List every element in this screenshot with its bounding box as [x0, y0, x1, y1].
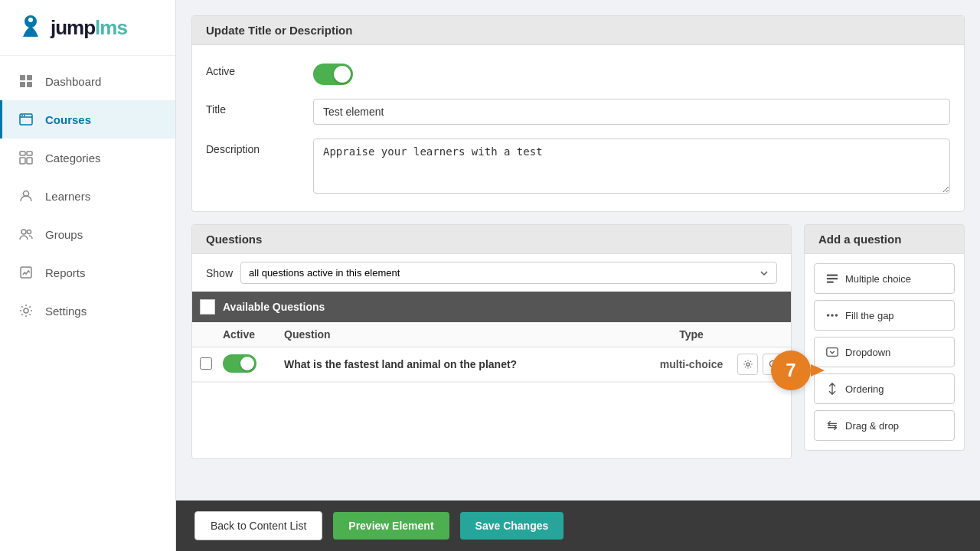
sidebar-item-categories-label: Categories [45, 152, 101, 165]
row-check-input[interactable] [200, 357, 212, 370]
chevron-icon [825, 345, 839, 359]
svg-rect-4 [20, 82, 25, 87]
add-panel-header: Add a question [804, 224, 965, 254]
preview-element-button[interactable]: Preview Element [333, 512, 449, 540]
fill-the-gap-button[interactable]: Fill the gap [814, 300, 955, 331]
active-control [313, 60, 950, 85]
svg-point-18 [746, 363, 749, 366]
save-changes-button[interactable]: Save Changes [460, 512, 564, 540]
table-row: What is the fastest land animal on the p… [192, 347, 791, 382]
sidebar-item-learners[interactable]: Learners [0, 177, 175, 215]
active-label: Active [206, 60, 313, 77]
title-control [313, 99, 950, 125]
svg-rect-22 [827, 282, 834, 283]
list-icon [825, 272, 839, 285]
footer-bar: Back to Content List Preview Element Sav… [176, 500, 980, 551]
drag-drop-button[interactable]: Drag & drop [814, 410, 955, 441]
svg-point-14 [21, 230, 26, 234]
svg-point-7 [21, 115, 23, 116]
svg-rect-12 [27, 158, 32, 164]
svg-point-15 [28, 230, 31, 234]
row-toggle[interactable] [223, 354, 256, 373]
dots-icon [825, 308, 839, 322]
logo-text: jumplms [51, 16, 127, 40]
dragdrop-icon [825, 419, 839, 432]
svg-rect-2 [20, 75, 25, 80]
svg-rect-11 [20, 158, 25, 164]
courses-icon [18, 111, 34, 128]
sidebar-item-groups-label: Groups [45, 228, 83, 241]
sidebar-item-settings-label: Settings [45, 305, 87, 318]
add-question-panel: Add a question Multiple choice [804, 224, 965, 459]
questions-area: Questions Show all questions active in t… [191, 224, 965, 459]
dropdown-button[interactable]: Dropdown [814, 337, 955, 367]
show-row: Show all questions active in this elemen… [192, 254, 791, 292]
gear-icon [743, 359, 753, 370]
description-label: Description [206, 139, 313, 155]
description-input[interactable]: Appraise your learners with a test [313, 139, 950, 194]
col-question-header: Question [284, 328, 645, 341]
svg-point-17 [24, 308, 28, 313]
settings-action-button[interactable] [737, 354, 758, 375]
sidebar: jumplms Dashboard [0, 0, 176, 551]
show-select[interactable]: all questions active in this element all… [240, 262, 777, 284]
row-actions: 7 [737, 354, 783, 375]
sidebar-item-courses[interactable]: Courses [0, 100, 175, 139]
logo-icon [15, 12, 46, 43]
svg-point-8 [24, 115, 25, 116]
svg-rect-21 [827, 278, 838, 279]
title-description-body: Active Title Description Appraise your l… [192, 45, 964, 211]
sidebar-item-categories[interactable]: Categories [0, 139, 175, 177]
title-description-section: Update Title or Description Active Title [191, 15, 965, 212]
back-to-content-button[interactable]: Back to Content List [194, 511, 322, 540]
groups-icon [18, 226, 34, 243]
ordering-button[interactable]: Ordering [814, 373, 955, 404]
row-question-text: What is the fastest land animal on the p… [284, 358, 645, 370]
questions-section: Questions Show all questions active in t… [191, 224, 792, 459]
multiple-choice-button[interactable]: Multiple choice [814, 263, 955, 294]
svg-point-25 [835, 314, 838, 317]
available-questions-table: Available Questions Active Question Type [192, 292, 791, 382]
svg-rect-3 [27, 75, 32, 80]
title-label: Title [206, 99, 313, 116]
questions-card: Questions Show all questions active in t… [191, 224, 792, 459]
learners-icon [18, 187, 34, 204]
show-label: Show [206, 267, 233, 279]
column-headers: Active Question Type [192, 322, 791, 347]
sidebar-item-reports-label: Reports [45, 266, 86, 279]
sidebar-item-learners-label: Learners [45, 190, 90, 203]
content-area: Update Title or Description Active Title [176, 0, 980, 500]
sidebar-item-reports[interactable]: Reports [0, 253, 175, 292]
sidebar-item-groups[interactable]: Groups [0, 215, 175, 253]
svg-rect-10 [27, 152, 32, 155]
sidebar-item-dashboard[interactable]: Dashboard [0, 62, 175, 100]
active-toggle[interactable] [313, 64, 353, 85]
add-panel-body: Multiple choice Fill the gap [804, 254, 965, 451]
sidebar-item-settings[interactable]: Settings [0, 292, 175, 330]
description-row: Description Appraise your learners with … [206, 139, 950, 196]
settings-icon [18, 302, 34, 319]
title-row: Title [206, 99, 950, 125]
col-type-header: Type [645, 328, 737, 341]
row-active-toggle [223, 354, 284, 375]
header-checkbox[interactable] [200, 299, 215, 315]
sidebar-nav: Dashboard Courses [0, 56, 175, 551]
sidebar-item-courses-label: Courses [45, 113, 91, 126]
table-header-row: Available Questions [192, 292, 791, 322]
svg-rect-5 [27, 82, 32, 87]
svg-rect-20 [827, 275, 838, 276]
svg-rect-26 [827, 348, 838, 357]
categories-icon [18, 149, 34, 166]
tour-badge: 7 [771, 350, 811, 390]
col-active-header: Active [223, 328, 284, 341]
row-checkbox[interactable] [200, 357, 223, 372]
row-type-text: multi-choice [645, 358, 737, 370]
svg-point-1 [28, 18, 33, 22]
svg-rect-9 [20, 152, 25, 155]
sidebar-item-dashboard-label: Dashboard [45, 75, 101, 88]
active-row: Active [206, 60, 950, 85]
description-control: Appraise your learners with a test [313, 139, 950, 196]
title-input[interactable] [313, 99, 950, 125]
svg-point-23 [827, 314, 830, 317]
main-content: Update Title or Description Active Title [176, 0, 980, 551]
